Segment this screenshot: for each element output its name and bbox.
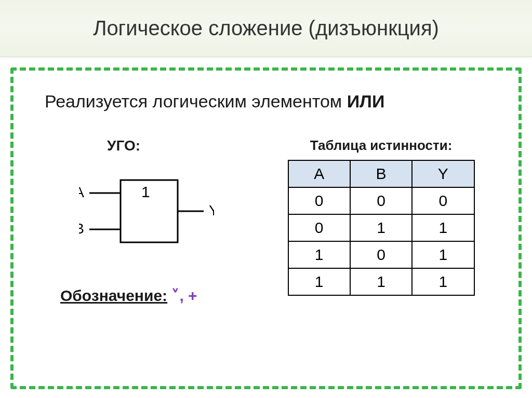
notation-symbols: ˅, + <box>171 287 197 304</box>
slide-title: Логическое сложение (дизъюнкция) <box>93 17 439 40</box>
cell: 1 <box>288 268 350 295</box>
columns: УГО: A B Y 1 Обозначение: ˅, + Табл <box>34 138 498 305</box>
table-row: 1 1 1 <box>288 268 474 295</box>
table-row: 0 0 0 <box>288 187 474 214</box>
slide: Логическое сложение (дизъюнкция) Реализу… <box>0 0 532 398</box>
cell: 1 <box>412 268 474 295</box>
gate-output: Y <box>209 202 214 218</box>
th-a: A <box>288 160 350 187</box>
cell: 0 <box>412 187 474 214</box>
notation: Обозначение: ˅, + <box>45 286 197 305</box>
cell: 1 <box>288 241 350 268</box>
or-gate-icon: A B Y 1 <box>79 167 214 255</box>
cell: 1 <box>412 241 474 268</box>
cell: 0 <box>350 187 412 214</box>
cell: 1 <box>412 214 474 241</box>
right-column: Таблица истинности: A B Y 0 0 0 <box>275 138 487 296</box>
left-column: УГО: A B Y 1 Обозначение: ˅, + <box>45 138 248 305</box>
gate-input-a: A <box>79 184 84 200</box>
table-row: 1 0 1 <box>288 241 474 268</box>
ugo-label: УГО: <box>45 138 140 154</box>
subtitle-prefix: Реализуется логическим элементом <box>45 91 347 111</box>
truth-table-label: Таблица истинности: <box>310 138 453 154</box>
gate-input-b: B <box>79 221 84 237</box>
cell: 0 <box>288 214 350 241</box>
gate-symbol: 1 <box>141 183 150 200</box>
table-row: 0 1 1 <box>288 214 474 241</box>
notation-label: Обозначение: <box>60 287 167 304</box>
cell: 1 <box>350 214 412 241</box>
content-area: Реализуется логическим элементом ИЛИ УГО… <box>10 67 522 389</box>
cell: 0 <box>288 187 350 214</box>
subtitle: Реализуется логическим элементом ИЛИ <box>34 91 498 112</box>
th-y: Y <box>412 160 474 187</box>
title-bar: Логическое сложение (дизъюнкция) <box>0 0 532 57</box>
subtitle-bold: ИЛИ <box>347 91 385 111</box>
cell: 0 <box>350 241 412 268</box>
truth-table: A B Y 0 0 0 0 1 <box>288 160 475 296</box>
table-row: A B Y <box>288 160 474 187</box>
cell: 1 <box>350 268 412 295</box>
th-b: B <box>350 160 412 187</box>
